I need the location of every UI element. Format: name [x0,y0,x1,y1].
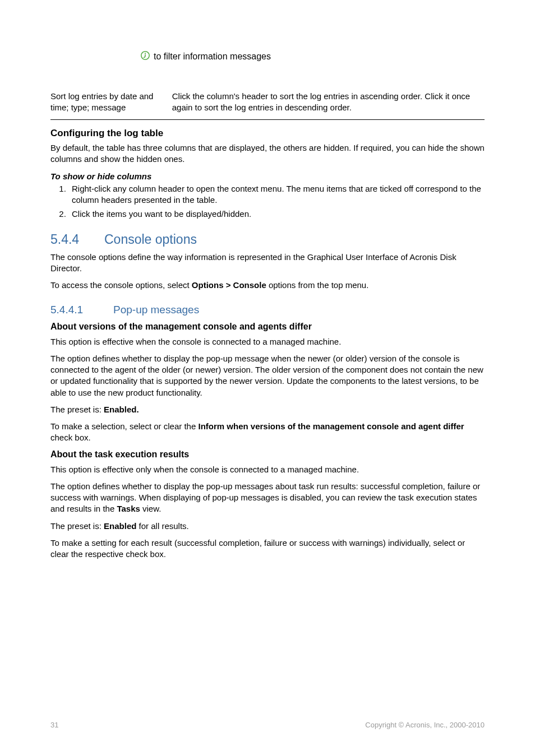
configuring-heading: Configuring the log table [50,128,485,139]
section-body-1: The console options define the way infor… [50,252,485,275]
subsection-title: Pop-up messages [113,304,199,316]
menu-path-bold: Options > Console [192,280,266,290]
section-heading: 5.4.4Console options [50,232,485,247]
preset-value: Enabled [104,521,136,531]
sort-desc-left: Sort log entries by date and time; type;… [50,91,172,119]
about-versions-p1: This option is effective when the consol… [50,336,485,347]
tasks-view-bold: Tasks [117,504,140,513]
list-item: Click the items you want to be displayed… [68,208,485,220]
section-number: 5.4.4 [50,232,104,247]
page-footer: 31 Copyright © Acronis, Inc., 2000-2010 [50,721,485,729]
about-task-p1: This option is effective only when the c… [50,464,485,475]
about-versions-heading: About versions of the management console… [50,322,485,332]
table-row: Sort log entries by date and time; type;… [50,91,485,119]
text-fragment: view. [140,504,162,513]
svg-point-1 [145,53,146,54]
section-body-2: To access the console options, select Op… [50,280,485,291]
preset-value: Enabled. [104,405,139,414]
show-hide-list: Right-click any column header to open th… [50,183,485,220]
text-fragment: check box. [50,433,91,442]
copyright-text: Copyright © Acronis, Inc., 2000-2010 [365,721,485,729]
sort-desc-right: Click the column's header to sort the lo… [172,91,485,119]
about-versions-preset: The preset is: Enabled. [50,404,485,415]
show-hide-heading: To show or hide columns [50,171,485,181]
about-task-p2: The option defines whether to display th… [50,481,485,515]
info-icon [140,50,150,63]
sort-table: Sort log entries by date and time; type;… [50,91,485,120]
text-fragment: for all results. [136,521,188,531]
about-task-preset: The preset is: Enabled for all results. [50,521,485,532]
section-title: Console options [104,232,197,247]
text-fragment: The option defines whether to display th… [50,481,480,514]
text-fragment: options from the top menu. [266,280,369,290]
page-container: to filter information messages Sort log … [0,0,535,756]
subsection-heading: 5.4.4.1Pop-up messages [50,304,485,316]
filter-info-row: to filter information messages [50,50,485,63]
text-fragment: To make a selection, select or clear the [50,421,198,431]
text-fragment: The preset is: [50,405,104,414]
about-task-heading: About the task execution results [50,449,485,460]
about-versions-p4: To make a selection, select or clear the… [50,421,485,444]
filter-info-text: to filter information messages [154,52,271,62]
list-item: Right-click any column header to open th… [68,183,485,206]
checkbox-label-bold: Inform when versions of the management c… [198,421,464,431]
about-versions-p2: The option defines whether to display th… [50,353,485,398]
subsection-number: 5.4.4.1 [50,304,113,316]
about-task-p4: To make a setting for each result (succe… [50,537,485,560]
configuring-body: By default, the table has three columns … [50,142,485,165]
text-fragment: The preset is: [50,521,104,531]
page-number: 31 [50,721,58,729]
text-fragment: To access the console options, select [50,280,192,290]
